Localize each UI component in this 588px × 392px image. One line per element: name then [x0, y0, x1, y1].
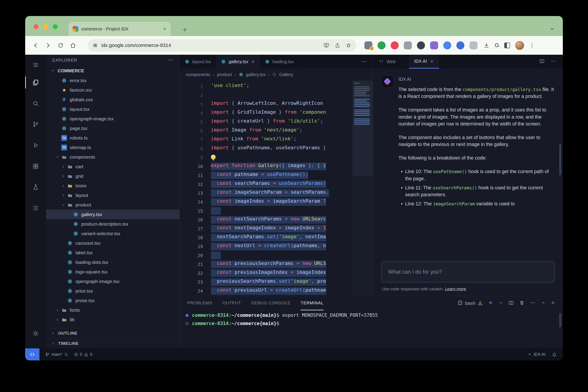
- gemini-extension-icon[interactable]: [443, 42, 451, 50]
- extension-badge-icon[interactable]: 1: [364, 42, 372, 50]
- address-bar[interactable]: idx.google.com/commerce-8314: [88, 39, 356, 52]
- explorer-more-icon[interactable]: [168, 57, 173, 64]
- blue-extension-icon[interactable]: [456, 42, 464, 50]
- editor-tab[interactable]: layout.tsx: [180, 55, 216, 68]
- tab-web[interactable]: Web: [373, 55, 401, 68]
- code-line[interactable]: 13 const imageSearchParam = searchParams…: [180, 189, 352, 198]
- close-icon[interactable]: [430, 60, 434, 64]
- close-panel-icon[interactable]: [551, 300, 555, 306]
- code-line[interactable]: 22 const previousImageIndex = imageIndex: [180, 269, 352, 278]
- extensions-icon[interactable]: [25, 156, 46, 177]
- code-line[interactable]: 15: [180, 206, 352, 215]
- tree-item[interactable]: product-description.tsx: [46, 219, 179, 229]
- panel-more-icon[interactable]: [530, 300, 536, 307]
- idx-ai-status-item[interactable]: IDX AI: [528, 352, 545, 357]
- new-terminal-icon[interactable]: [488, 300, 493, 306]
- ai-scrollbar[interactable]: [559, 144, 561, 175]
- tree-item[interactable]: components: [46, 152, 179, 162]
- kill-terminal-icon[interactable]: [519, 300, 524, 306]
- code-line[interactable]: 21 const previousSearchParams = new URLS: [180, 260, 352, 269]
- notifications-bell-icon[interactable]: [552, 352, 556, 357]
- tree-item[interactable]: page.tsx: [46, 124, 179, 133]
- dark-circle-extension-icon[interactable]: [417, 42, 425, 50]
- code-line[interactable]: 17 const nextImageIndex = imageIndex + 1: [180, 224, 352, 233]
- explorer-activity-icon[interactable]: [25, 72, 46, 93]
- google-g-icon[interactable]: G: [495, 42, 499, 49]
- tab-idx-ai[interactable]: IDX AI: [409, 55, 439, 68]
- code-line[interactable]: 3import { ArrowLeftIcon, ArrowRightIcon: [180, 100, 352, 108]
- minimap[interactable]: [352, 80, 373, 296]
- zoom-window-button[interactable]: [53, 24, 58, 29]
- bookmark-star-icon[interactable]: [346, 42, 352, 48]
- project-section-header[interactable]: COMMERCE: [46, 66, 179, 76]
- tree-item[interactable]: logo-square.tsx: [46, 267, 179, 276]
- tree-item[interactable]: #globals.css: [46, 95, 179, 104]
- source-control-icon[interactable]: [25, 114, 46, 135]
- tree-item[interactable]: fonts: [46, 305, 179, 315]
- problems-item[interactable]: 0 0: [74, 352, 92, 357]
- run-debug-icon[interactable]: [25, 135, 46, 156]
- code-line[interactable]: 4import { GridTileImage } from 'componen: [180, 108, 352, 118]
- code-line[interactable]: 1'use client';: [180, 82, 352, 91]
- outline-section[interactable]: OUTLINE: [46, 328, 179, 338]
- code-line[interactable]: 16 const nextSearchParams = new URLSearc: [180, 215, 352, 224]
- labs-flask-icon[interactable]: [25, 177, 46, 198]
- tree-item[interactable]: layout.tsx: [46, 104, 179, 114]
- tree-item[interactable]: carousel.tsx: [46, 238, 179, 248]
- puzzle-extension-icon[interactable]: [469, 42, 477, 50]
- code-line[interactable]: 18 nextSearchParams.set('image', nextIma: [180, 233, 352, 242]
- code-line[interactable]: 11 const pathname = usePathname();: [180, 171, 352, 180]
- editor-tab[interactable]: loading.tsx: [260, 55, 299, 68]
- code-line[interactable]: 7import Link from 'next/link';: [180, 135, 352, 144]
- code-line[interactable]: 23 previousSearchParams.set('image', pre: [180, 278, 352, 286]
- home-button[interactable]: [68, 40, 79, 51]
- panel-tab-output[interactable]: OUTPUT: [222, 296, 241, 310]
- code-line[interactable]: 12 const searchParams = useSearchParams(: [180, 180, 352, 189]
- timeline-section[interactable]: TIMELINE: [46, 338, 179, 348]
- tree-item[interactable]: favicon.ico: [46, 85, 179, 95]
- terminal-shell-chip[interactable]: bash: [457, 300, 483, 306]
- breadcrumb-item[interactable]: product: [217, 72, 232, 77]
- breadcrumb-item[interactable]: gallery.tsx: [246, 72, 266, 77]
- panel-more-icon[interactable]: [551, 58, 556, 65]
- tree-item[interactable]: gallery.tsx: [46, 210, 179, 219]
- terminal-dropdown-icon[interactable]: [499, 300, 503, 306]
- tree-item[interactable]: opengraph-image.tsx: [46, 114, 179, 124]
- site-settings-icon[interactable]: [92, 43, 98, 48]
- new-tab-button[interactable]: [182, 27, 188, 32]
- close-tab-icon[interactable]: [163, 27, 167, 31]
- tree-item[interactable]: grid: [46, 171, 179, 181]
- tree-item[interactable]: cart: [46, 162, 179, 171]
- tree-item[interactable]: icons: [46, 181, 179, 190]
- code-line[interactable]: 19 const nextUrl = createUrl(pathname, n: [180, 242, 352, 251]
- green-circle-extension-icon[interactable]: [378, 42, 386, 50]
- breadcrumb-item[interactable]: Gallery: [279, 72, 293, 77]
- tree-item[interactable]: error.tsx: [46, 76, 179, 85]
- close-icon[interactable]: [251, 60, 255, 64]
- git-branch-item[interactable]: main*: [45, 352, 68, 357]
- downloads-icon[interactable]: [483, 42, 490, 48]
- terminal[interactable]: commerce-8314:~/commerce{main}$ export M…: [180, 310, 563, 348]
- tree-item[interactable]: opengraph-image.tsx: [46, 276, 179, 286]
- split-terminal-icon[interactable]: [508, 300, 514, 306]
- tree-item[interactable]: TSsitemap.ts: [46, 142, 179, 152]
- tree-item[interactable]: loading-dots.tsx: [46, 258, 179, 267]
- remote-indicator[interactable]: [25, 348, 40, 360]
- code-line[interactable]: 2: [180, 91, 352, 100]
- pocket-extension-icon[interactable]: [391, 42, 399, 50]
- terminal-scrollbar[interactable]: [559, 313, 561, 327]
- code-line[interactable]: 24 const previousUrl = createUrl(pathnam: [180, 286, 352, 296]
- purple-shield-extension-icon[interactable]: [430, 42, 438, 50]
- code-line[interactable]: 9: [180, 153, 352, 162]
- tree-item[interactable]: label.tsx: [46, 248, 179, 258]
- search-icon[interactable]: [25, 93, 46, 114]
- maximize-panel-icon[interactable]: [541, 300, 545, 306]
- tree-item[interactable]: TSrobots.ts: [46, 133, 179, 142]
- browser-menu-icon[interactable]: [529, 42, 535, 48]
- code-line[interactable]: 10export function Gallery({ images }: { …: [180, 162, 352, 171]
- back-button[interactable]: [30, 40, 41, 51]
- gray-extension-icon[interactable]: [404, 42, 412, 50]
- share-icon[interactable]: [335, 42, 340, 48]
- code-line[interactable]: 6import Image from 'next/image';: [180, 126, 352, 135]
- tree-item[interactable]: product: [46, 200, 179, 210]
